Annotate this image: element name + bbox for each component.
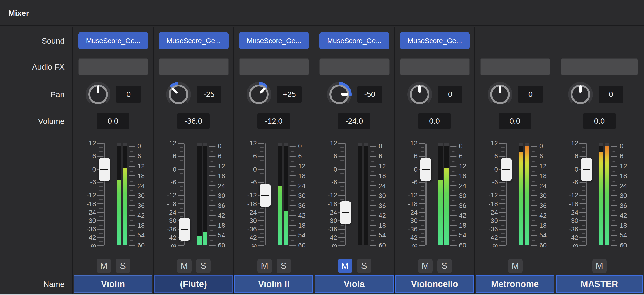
fader-handle[interactable] bbox=[581, 158, 592, 181]
audio-fx-slot[interactable] bbox=[480, 58, 550, 76]
solo-button[interactable]: S bbox=[357, 259, 372, 273]
pan-knob[interactable] bbox=[86, 82, 110, 107]
fader-handle[interactable] bbox=[99, 158, 110, 181]
scale-label: -30 bbox=[154, 216, 176, 225]
solo-button[interactable]: S bbox=[116, 259, 130, 273]
fader-zone: 1260-6-12-18-24-30-36-42∞ 06121824303642… bbox=[314, 140, 394, 250]
audio-fx-slot[interactable] bbox=[400, 58, 470, 76]
volume-value-field[interactable]: -12.0 bbox=[258, 113, 290, 129]
pan-value-field[interactable]: 0 bbox=[438, 86, 462, 103]
solo-button[interactable]: S bbox=[437, 259, 452, 273]
pan-knob[interactable] bbox=[407, 82, 432, 107]
meter-fill-right bbox=[525, 146, 529, 245]
scale-minor-tick bbox=[532, 180, 535, 182]
volume-value-field[interactable]: 0.0 bbox=[418, 113, 451, 129]
scale-minor-tick bbox=[291, 240, 294, 241]
scale-minor-tick bbox=[582, 216, 585, 217]
scale-tick bbox=[209, 146, 216, 146]
mute-button[interactable]: M bbox=[97, 259, 111, 273]
scale-tick bbox=[450, 215, 457, 216]
scale-minor-tick bbox=[210, 151, 214, 152]
meter-cap bbox=[123, 143, 127, 146]
scale-label: -24 bbox=[234, 208, 257, 217]
fader-handle[interactable] bbox=[179, 218, 190, 241]
volume-value-field[interactable]: -24.0 bbox=[338, 113, 370, 129]
channel-name-plate[interactable]: Violin bbox=[74, 275, 152, 293]
mute-button[interactable]: M bbox=[418, 259, 433, 273]
sound-button[interactable]: MuseScore_Ge... bbox=[78, 32, 148, 50]
scale-minor-tick bbox=[180, 199, 183, 200]
volume-value-field[interactable]: 0.0 bbox=[97, 113, 129, 129]
scale-label: -30 bbox=[556, 216, 578, 225]
scale-minor-tick bbox=[210, 161, 214, 162]
scale-minor-tick bbox=[291, 200, 294, 201]
volume-value-field[interactable]: -36.0 bbox=[177, 113, 210, 129]
channel-name-plate[interactable]: Metronome bbox=[476, 275, 554, 293]
meter-cap bbox=[525, 143, 529, 146]
audio-fx-slot[interactable] bbox=[320, 58, 390, 76]
scale-tick bbox=[580, 195, 586, 196]
channel-name-plate[interactable]: (Flute) bbox=[154, 275, 233, 293]
pan-value-field[interactable]: -50 bbox=[358, 86, 382, 103]
pan-knob[interactable] bbox=[488, 82, 512, 107]
scale-tick bbox=[209, 245, 216, 246]
pan-knob-pointer-dash bbox=[579, 85, 582, 93]
scale-label: -6 bbox=[314, 178, 337, 187]
scale-label: -18 bbox=[314, 199, 337, 208]
scale-tick bbox=[611, 186, 618, 186]
audio-fx-slot[interactable] bbox=[560, 58, 638, 76]
meter-left bbox=[438, 143, 443, 245]
pan-knob[interactable] bbox=[327, 82, 352, 107]
solo-button[interactable]: S bbox=[276, 259, 291, 273]
scale-label: -6 bbox=[395, 178, 418, 187]
mute-button[interactable]: M bbox=[592, 259, 607, 273]
scale-minor-tick bbox=[340, 186, 344, 187]
scale-label: 0 bbox=[475, 165, 498, 174]
mute-button[interactable]: M bbox=[338, 259, 352, 273]
audio-fx-slot[interactable] bbox=[78, 58, 148, 76]
pan-knob[interactable] bbox=[568, 82, 593, 107]
sound-button[interactable]: MuseScore_Ge... bbox=[159, 32, 228, 50]
pan-knob[interactable] bbox=[166, 82, 191, 107]
pan-value-field[interactable]: 0 bbox=[598, 86, 623, 103]
fader-handle[interactable] bbox=[260, 184, 270, 207]
pan-value-field[interactable]: 0 bbox=[518, 86, 543, 103]
audio-fx-slot[interactable] bbox=[239, 58, 309, 76]
scale-label: -18 bbox=[73, 199, 96, 208]
volume-value-field[interactable]: 0.0 bbox=[498, 113, 531, 129]
mute-button[interactable]: M bbox=[177, 259, 192, 273]
pan-knob[interactable] bbox=[246, 82, 271, 107]
mute-button[interactable]: M bbox=[258, 259, 272, 273]
scale-minor-tick bbox=[532, 230, 535, 231]
channel-name-plate[interactable]: MASTER bbox=[556, 275, 643, 293]
scale-tick bbox=[209, 215, 216, 216]
scale-tick bbox=[419, 212, 425, 213]
fader-handle[interactable] bbox=[501, 158, 512, 181]
channel-name-plate[interactable]: Violin II bbox=[234, 275, 313, 293]
volume-value-field[interactable]: 0.0 bbox=[583, 113, 616, 129]
sound-button[interactable]: MuseScore_Ge... bbox=[239, 32, 309, 50]
fader-handle[interactable] bbox=[420, 158, 431, 181]
pan-value-field[interactable]: -25 bbox=[197, 86, 221, 103]
scale-minor-tick bbox=[501, 190, 505, 191]
pan-value-field[interactable]: 0 bbox=[116, 86, 141, 103]
pan-value-field[interactable]: +25 bbox=[277, 86, 302, 103]
scale-label: 6 bbox=[314, 152, 337, 161]
mute-button[interactable]: M bbox=[508, 259, 522, 273]
fader-track[interactable] bbox=[345, 143, 346, 245]
solo-button[interactable]: S bbox=[196, 259, 211, 273]
panel-bottom-edge bbox=[0, 294, 644, 295]
scale-label: 18 bbox=[620, 221, 640, 230]
scale-tick bbox=[128, 235, 135, 236]
scale-label: 12 bbox=[556, 139, 578, 148]
scale-tick bbox=[419, 182, 425, 183]
scale-minor-tick bbox=[130, 190, 133, 191]
channel-name-plate[interactable]: Violoncello bbox=[395, 275, 474, 293]
channel-name-plate[interactable]: Viola bbox=[315, 275, 394, 293]
sound-button[interactable]: MuseScore_Ge... bbox=[320, 32, 389, 50]
scale-minor-tick bbox=[130, 151, 133, 152]
fader-handle[interactable] bbox=[340, 201, 351, 224]
sound-button[interactable]: MuseScore_Ge... bbox=[400, 32, 470, 50]
audio-fx-slot[interactable] bbox=[159, 58, 229, 76]
scale-minor-tick bbox=[612, 180, 615, 182]
